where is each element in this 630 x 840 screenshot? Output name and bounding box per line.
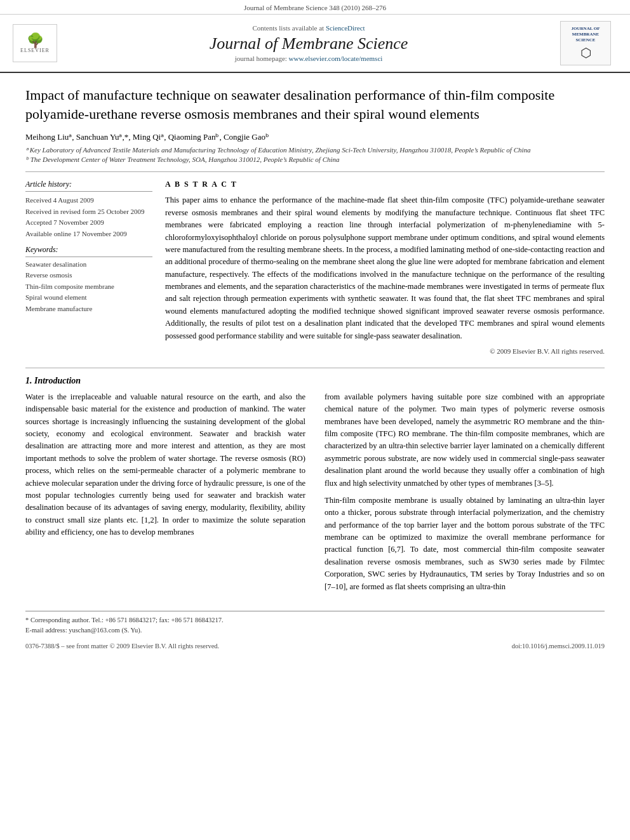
revised-date: Received in revised form 25 October 2009 <box>25 207 152 217</box>
keyword-2: Reverse osmosis <box>25 270 152 280</box>
footnote-bar: * Corresponding author. Tel.: +86 571 86… <box>25 611 605 636</box>
online-date: Available online 17 November 2009 <box>25 229 152 239</box>
left-column: Article history: Received 4 August 2009 … <box>25 180 152 355</box>
journal-homepage: journal homepage: www.elsevier.com/locat… <box>57 55 560 62</box>
author-list: Meihong Liuᵃ, Sanchuan Yuᵃ,*, Ming Qiᵃ, … <box>25 132 269 142</box>
journal-title-area: Contents lists available at ScienceDirec… <box>57 24 560 62</box>
abstract-text: This paper aims to enhance the performan… <box>165 194 605 342</box>
body-content: 1. Introduction Water is the irreplaceab… <box>25 368 605 650</box>
tree-icon: 🌳 <box>27 34 44 48</box>
header-divider <box>25 171 605 172</box>
doi-info: doi:10.1016/j.memsci.2009.11.019 <box>512 643 605 650</box>
abstract: A B S T R A C T This paper aims to enhan… <box>165 180 605 355</box>
article-history-heading: Article history: <box>25 180 152 192</box>
abstract-heading: A B S T R A C T <box>165 180 605 189</box>
received-date: Received 4 August 2009 <box>25 196 152 205</box>
article-title: Impact of manufacture technique on seawa… <box>25 86 605 123</box>
elsevier-logo: 🌳 ELSEVIER <box>13 24 57 62</box>
main-content: Impact of manufacture technique on seawa… <box>0 73 630 662</box>
keyword-4: Spiral wound element <box>25 293 152 302</box>
sciencedirect-link[interactable]: ScienceDirect <box>326 24 365 32</box>
bottom-info: 0376-7388/$ – see front matter © 2009 El… <box>25 643 605 650</box>
journal-header: 🌳 ELSEVIER Contents lists available at S… <box>0 15 630 73</box>
homepage-link[interactable]: www.elsevier.com/locate/memsci <box>289 55 383 62</box>
jms-logo-text: journal ofMEMBRANESCIENCE <box>572 26 600 43</box>
citation-text: Journal of Membrane Science 348 (2010) 2… <box>244 4 386 11</box>
journal-logo: journal ofMEMBRANESCIENCE ⬡ <box>560 21 611 65</box>
journal-title: Journal of Membrane Science <box>57 34 560 53</box>
keyword-3: Thin-film composite membrane <box>25 282 152 291</box>
affiliations: ᵃ Key Laboratory of Advanced Textile Mat… <box>25 146 605 164</box>
body-divider <box>25 368 605 368</box>
elsevier-logo-area: 🌳 ELSEVIER <box>13 24 57 62</box>
affiliation-2: ᵇ The Development Center of Water Treatm… <box>25 156 605 164</box>
keywords-heading: Keywords: <box>25 245 152 257</box>
jms-logo-icon: ⬡ <box>580 45 591 60</box>
issn-info: 0376-7388/$ – see front matter © 2009 El… <box>25 643 219 650</box>
footnote-corresponding: * Corresponding author. Tel.: +86 571 86… <box>25 615 605 625</box>
article-info: Article history: Received 4 August 2009 … <box>25 180 152 239</box>
elsevier-text: ELSEVIER <box>20 48 50 53</box>
intro-right-col: from available polymers having suitable … <box>325 391 605 598</box>
accepted-date: Accepted 7 November 2009 <box>25 218 152 227</box>
intro-two-col: Water is the irreplaceable and valuable … <box>25 391 605 598</box>
keyword-5: Membrane manufacture <box>25 304 152 314</box>
authors: Meihong Liuᵃ, Sanchuan Yuᵃ,*, Ming Qiᵃ, … <box>25 132 605 142</box>
keywords-section: Keywords: Seawater desalination Reverse … <box>25 245 152 314</box>
article-history: Received 4 August 2009 Received in revis… <box>25 196 152 239</box>
sciencedirect-label: Contents lists available at ScienceDirec… <box>57 24 560 32</box>
footnote-email: E-mail address: yuschan@163.com (S. Yu). <box>25 625 605 636</box>
intro-right-text-2: Thin-film composite membrane is usually … <box>325 495 605 593</box>
intro-heading: 1. Introduction <box>25 376 605 386</box>
affiliation-1: ᵃ Key Laboratory of Advanced Textile Mat… <box>25 146 605 154</box>
intro-right-text: from available polymers having suitable … <box>325 391 605 490</box>
intro-left-col: Water is the irreplaceable and valuable … <box>25 391 305 598</box>
article-info-abstract: Article history: Received 4 August 2009 … <box>25 180 605 355</box>
intro-left-text: Water is the irreplaceable and valuable … <box>25 391 305 539</box>
keyword-1: Seawater desalination <box>25 260 152 269</box>
abstract-section: A B S T R A C T This paper aims to enhan… <box>165 180 605 355</box>
copyright: © 2009 Elsevier B.V. All rights reserved… <box>165 347 605 355</box>
journal-citation: Journal of Membrane Science 348 (2010) 2… <box>0 0 630 15</box>
